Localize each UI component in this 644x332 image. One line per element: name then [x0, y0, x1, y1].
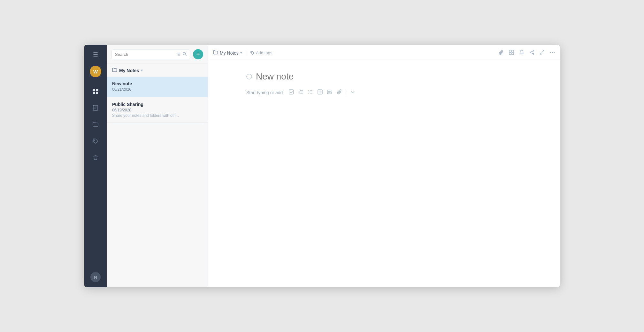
topbar-share-icon[interactable] [529, 50, 534, 56]
svg-line-21 [531, 53, 533, 54]
nav-grid-icon[interactable] [90, 86, 101, 96]
topbar-actions [499, 50, 555, 56]
topbar-folder-chevron-icon[interactable]: ▾ [240, 51, 242, 55]
folder-header-icon [112, 67, 117, 73]
editor-area: My Notes ▾ Add tags [208, 45, 560, 287]
note-date-2: 06/19/2020 [112, 108, 203, 112]
add-tags-label: Add tags [256, 50, 272, 55]
svg-rect-13 [509, 50, 511, 52]
note-date-1: 06/21/2020 [112, 87, 203, 92]
svg-point-39 [309, 93, 309, 94]
note-title-row [246, 72, 522, 82]
svg-point-12 [251, 52, 252, 53]
bottom-avatar[interactable]: N [90, 272, 101, 282]
svg-point-37 [309, 90, 309, 91]
note-title-2: Public Sharing [112, 102, 203, 107]
toolbar-attachment-icon[interactable] [335, 88, 343, 97]
topbar-folder-name: My Notes [220, 50, 239, 56]
svg-text:3: 3 [299, 92, 300, 94]
filter-icon[interactable]: ⊟ [177, 52, 180, 57]
svg-point-25 [552, 52, 553, 53]
note-item-1[interactable]: New note 06/21/2020 [107, 77, 208, 97]
topbar-separator [246, 50, 246, 56]
svg-point-8 [94, 140, 95, 140]
user-avatar[interactable]: W [90, 66, 101, 77]
nav-tag-icon[interactable] [90, 136, 101, 146]
topbar-tags[interactable]: Add tags [250, 50, 272, 55]
folder-name-label: My Notes [119, 68, 139, 73]
add-note-button[interactable]: + [193, 49, 203, 59]
svg-rect-0 [93, 89, 95, 91]
toolbar-checkbox-icon[interactable] [287, 88, 295, 97]
nav-folder-icon[interactable] [90, 119, 101, 130]
note-item-2[interactable]: Public Sharing 06/19/2020 Share your not… [107, 97, 208, 123]
toolbar-unordered-list-icon[interactable] [306, 88, 315, 97]
editor-content: Start typing or add [208, 61, 560, 107]
topbar-grid-icon[interactable] [509, 50, 514, 56]
search-input[interactable] [115, 52, 175, 57]
toolbar-ordered-list-icon[interactable]: 1 2 3 [297, 88, 305, 97]
svg-point-38 [309, 92, 309, 92]
topbar-bell-icon[interactable] [519, 50, 524, 56]
svg-rect-1 [96, 89, 98, 91]
notes-panel: ⊟ + My Notes ▾ New note [107, 45, 208, 287]
notes-header: ⊟ + [107, 45, 208, 64]
svg-rect-2 [93, 92, 95, 94]
svg-point-18 [530, 52, 531, 53]
note-preview-2: Share your notes and folders with oth... [112, 113, 203, 118]
svg-point-10 [183, 52, 186, 55]
toolbar-table-icon[interactable] [316, 88, 324, 97]
svg-rect-27 [289, 90, 294, 94]
svg-rect-16 [512, 53, 514, 55]
search-box[interactable]: ⊟ [111, 49, 190, 59]
app-window: ☰ W [84, 45, 560, 287]
toolbar-image-icon[interactable] [326, 88, 334, 97]
editor-toolbar: Start typing or add [246, 88, 522, 97]
nav-notes-icon[interactable] [90, 103, 101, 113]
editor-topbar: My Notes ▾ Add tags [208, 45, 560, 61]
note-status-circle [246, 74, 252, 79]
toolbar-separator [346, 90, 346, 95]
topbar-more-icon[interactable] [550, 50, 555, 56]
topbar-expand-icon[interactable] [540, 50, 545, 56]
folder-header[interactable]: My Notes ▾ [107, 64, 208, 77]
topbar-attachment-icon[interactable] [499, 50, 504, 56]
topbar-folder[interactable]: My Notes ▾ [213, 50, 242, 56]
svg-point-24 [550, 52, 551, 53]
svg-point-17 [533, 50, 534, 51]
sidebar-nav: ☰ W [84, 45, 107, 287]
notes-list: New note 06/21/2020 Public Sharing 06/19… [107, 77, 208, 287]
hamburger-icon[interactable]: ☰ [92, 50, 99, 59]
nav-icons [90, 86, 101, 272]
svg-line-20 [531, 51, 533, 52]
notes-divider [112, 124, 203, 124]
svg-rect-15 [509, 53, 511, 55]
nav-bottom: N [90, 272, 101, 282]
nav-trash-icon[interactable] [90, 153, 101, 163]
svg-point-19 [533, 53, 534, 54]
topbar-folder-icon [213, 50, 218, 56]
svg-rect-14 [512, 50, 514, 52]
folder-chevron-icon[interactable]: ▾ [141, 68, 143, 72]
svg-rect-43 [327, 90, 332, 94]
note-title-1: New note [112, 81, 203, 86]
editor-wrapper: Start typing or add [208, 61, 560, 287]
search-icon[interactable] [182, 52, 187, 57]
svg-rect-3 [96, 92, 98, 94]
note-title-field[interactable] [256, 72, 522, 82]
content-placeholder: Start typing or add [246, 90, 283, 95]
svg-point-26 [554, 52, 555, 53]
toolbar-more-icon[interactable] [349, 88, 356, 97]
svg-line-11 [186, 55, 187, 56]
